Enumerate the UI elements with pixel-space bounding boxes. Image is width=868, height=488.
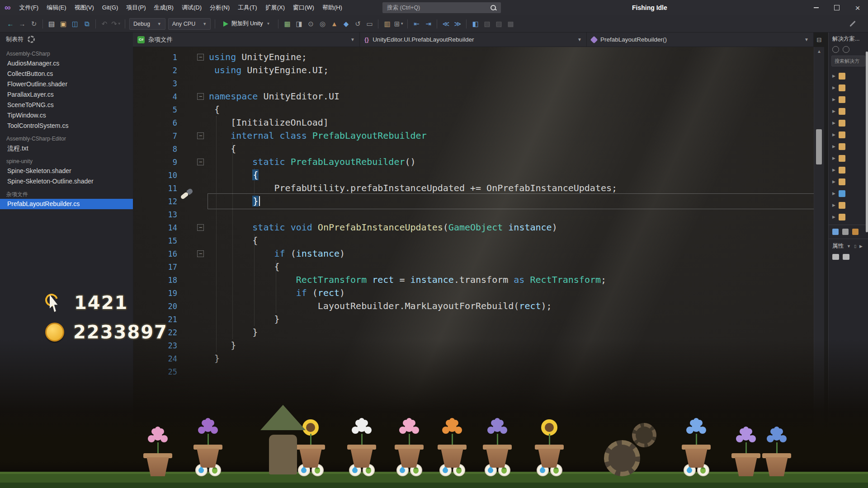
code-line-3[interactable]: 3 xyxy=(133,77,814,90)
flower-pot[interactable] xyxy=(395,417,424,476)
feedback-pen-icon[interactable] xyxy=(849,21,855,27)
menu-item[interactable]: 窗口(W) xyxy=(289,0,318,15)
save-all-button[interactable]: ⧉ xyxy=(81,18,93,30)
align-right-button[interactable]: ⇥ xyxy=(422,18,434,30)
config-dropdown[interactable]: Debug▼ xyxy=(129,18,165,30)
menu-item[interactable]: Git(G) xyxy=(98,0,122,15)
build-tools-button[interactable]: ▲ xyxy=(328,18,340,30)
menu-item[interactable]: 视图(V) xyxy=(71,0,98,15)
package-button[interactable]: ▥ xyxy=(381,18,393,30)
solution-tree-item[interactable]: ▶ xyxy=(829,94,868,105)
code-line-9[interactable]: 9− static PrefabLayoutRebuilder() xyxy=(133,155,814,169)
flower-pot[interactable] xyxy=(347,417,376,476)
solution-tree-item[interactable]: ▶ xyxy=(829,164,868,176)
align-left-button[interactable]: ⇤ xyxy=(410,18,422,30)
fold-collapse-icon[interactable]: − xyxy=(197,132,204,139)
minimize-button[interactable] xyxy=(806,0,826,15)
solution-tree-item[interactable]: ▶ xyxy=(829,211,868,223)
indent-button[interactable]: ≫ xyxy=(452,18,463,30)
measure-button[interactable]: ▭ xyxy=(363,18,375,30)
solution-tree-item[interactable]: ▶ xyxy=(829,176,868,188)
flower-pot[interactable] xyxy=(682,417,711,476)
panel-scrollbar[interactable] xyxy=(866,52,868,232)
code-line-1[interactable]: 1−using UnityEngine; xyxy=(133,51,814,64)
save-button[interactable]: ◫ xyxy=(69,18,81,30)
sidebar-item[interactable]: 流程.txt xyxy=(0,143,133,154)
sidebar-item[interactable]: TipWindow.cs xyxy=(0,110,133,121)
code-line-11[interactable]: 11 PrefabUtility.prefabInstanceUpdated +… xyxy=(133,182,814,195)
flower-pot[interactable] xyxy=(143,425,172,476)
flower-pot[interactable] xyxy=(193,417,222,476)
flower-pot[interactable] xyxy=(483,417,512,476)
solution-tree-item[interactable]: ▶ xyxy=(829,105,868,117)
loop-button[interactable]: ↺ xyxy=(352,18,363,30)
sidebar-item[interactable]: AudiosManager.cs xyxy=(0,58,133,69)
solution-tree-item[interactable]: ▶ xyxy=(829,117,868,129)
outdent-button[interactable]: ≪ xyxy=(440,18,452,30)
gear-icon[interactable] xyxy=(28,36,35,43)
sidebar-item[interactable]: SceneToPNG.cs xyxy=(0,100,133,110)
code-line-4[interactable]: 4−namespace UnityEditor.UI xyxy=(133,90,814,103)
menu-item[interactable]: 项目(P) xyxy=(122,0,150,15)
split-editor-icon[interactable]: ⊟ xyxy=(814,33,825,46)
redo-button[interactable]: ↷▼ xyxy=(110,18,122,30)
menu-item[interactable]: 扩展(X) xyxy=(261,0,289,15)
sidebar-item[interactable]: FlowerOutline.shader xyxy=(0,79,133,89)
bookmark-button[interactable]: ◧ xyxy=(469,18,481,30)
capture-button[interactable]: ◨ xyxy=(293,18,305,30)
sidebar-item[interactable]: PrefabLayoutRebuilder.cs xyxy=(0,199,133,209)
sidebar-item[interactable]: CollectButton.cs xyxy=(0,69,133,79)
editor-scrollbar[interactable]: ▲ xyxy=(814,47,824,488)
attach-to-unity-button[interactable]: 附加到 Unity▼ xyxy=(219,18,274,30)
code-line-8[interactable]: 8 { xyxy=(133,142,814,155)
code-line-23[interactable]: 23 } xyxy=(133,339,814,352)
compass-button[interactable]: ◎ xyxy=(316,18,328,30)
solution-search-input[interactable]: 搜索解决方 xyxy=(831,56,865,66)
menu-item[interactable]: 工具(T) xyxy=(234,0,261,15)
code-line-17[interactable]: 17 { xyxy=(133,260,814,273)
fold-collapse-icon[interactable]: − xyxy=(197,93,204,100)
breadcrumb-member-dropdown[interactable]: PrefabLayoutRebuilder() ▼ xyxy=(587,33,814,47)
code-line-13[interactable]: 13 xyxy=(133,208,814,221)
tab-icon[interactable] xyxy=(852,229,859,235)
breadcrumb-file-dropdown[interactable]: C# 杂项文件 ▼ xyxy=(133,33,360,47)
code-line-25[interactable]: 25 xyxy=(133,365,814,378)
solution-tree-item[interactable]: ▶ xyxy=(829,82,868,94)
code-line-14[interactable]: 14− static void OnPrefabInstanceUpdates(… xyxy=(133,221,814,234)
solution-tree-item[interactable]: ▶ xyxy=(829,70,868,82)
code-line-24[interactable]: 24 } xyxy=(133,352,814,365)
code-line-21[interactable]: 21 } xyxy=(133,313,814,326)
menu-item[interactable]: 文件(F) xyxy=(15,0,43,15)
refresh-button[interactable]: ↻ xyxy=(28,18,40,30)
code-line-6[interactable]: 6 [InitializeOnLoad] xyxy=(133,116,814,129)
grid-button[interactable]: ⊞▼ xyxy=(393,18,405,30)
code-line-18[interactable]: 18 RectTransform rect = instance.transfo… xyxy=(133,273,814,286)
tab-icon[interactable] xyxy=(832,229,839,235)
flower-pot[interactable] xyxy=(438,417,467,476)
menu-item[interactable]: 生成(B) xyxy=(150,0,178,15)
code-line-12[interactable]: 12 } xyxy=(133,195,814,208)
target-button[interactable]: ⊙ xyxy=(305,18,316,30)
new-file-button[interactable]: ▤ xyxy=(46,18,57,30)
menu-item[interactable]: 编辑(E) xyxy=(42,0,70,15)
sidebar-item[interactable]: ToolControlSystem.cs xyxy=(0,121,133,131)
nav-back-icon[interactable] xyxy=(832,46,839,53)
code-line-16[interactable]: 16− if (instance) xyxy=(133,247,814,260)
close-button[interactable]: × xyxy=(847,0,868,15)
scroll-up-icon[interactable]: ▲ xyxy=(814,47,824,54)
sidebar-item[interactable]: ParallaxLayer.cs xyxy=(0,89,133,100)
nav-home-icon[interactable] xyxy=(843,46,849,53)
uncomment-button[interactable]: ▨ xyxy=(493,18,505,30)
fold-collapse-icon[interactable]: − xyxy=(197,159,204,165)
solution-tree-item[interactable]: ▶ xyxy=(829,152,868,164)
code-line-5[interactable]: 5 { xyxy=(133,103,814,116)
maximize-button[interactable] xyxy=(826,0,847,15)
code-line-20[interactable]: 20 LayoutRebuilder.MarkLayoutForRebuild(… xyxy=(133,300,814,313)
global-search-input[interactable]: 搜索 (Ctrl+Q) xyxy=(382,2,501,13)
flower-pot[interactable] xyxy=(762,425,791,476)
comment-button[interactable]: ▧ xyxy=(481,18,493,30)
fold-collapse-icon[interactable]: − xyxy=(197,224,204,231)
open-folder-button[interactable]: ▣ xyxy=(57,18,69,30)
flower-pot[interactable] xyxy=(535,415,564,476)
menu-item[interactable]: 帮助(H) xyxy=(318,0,346,15)
